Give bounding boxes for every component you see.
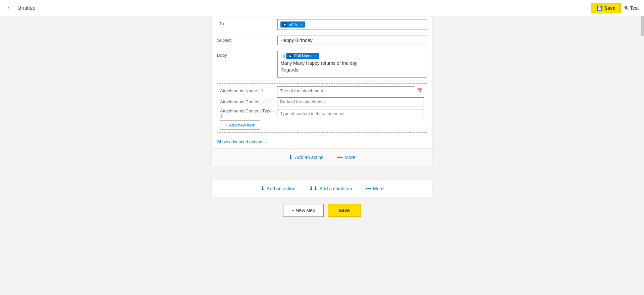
to-field: ▶ Email ✕ [277,19,427,30]
body-hi-text: Hi [280,53,285,59]
body-label: Body [217,51,277,58]
body-line-2: Many Many Happy returns of the day [280,60,424,66]
bottom-more-label: More [373,186,384,191]
body-field: Hi ▶ Full Name ✕ Many Many Happy returns… [277,51,427,78]
attachment-content-row: Attachments Content - 1 [220,97,424,106]
subject-input[interactable] [277,36,427,45]
bottom-buttons: + New step Save [283,204,361,217]
page-title: Untitled [17,5,36,11]
attachment-content-type-field-wrap [277,109,424,118]
add-action-button[interactable]: ⬇ Add an action [288,154,324,160]
header-left: ← Untitled [5,3,36,13]
more-button[interactable]: ••• More [337,154,356,160]
subject-row: Subject [212,33,432,48]
main-content: · To ▶ Email ✕ Subject [0,16,644,295]
fullname-token-icon: ▶ [288,54,293,58]
email-token-icon: ▶ [282,22,287,27]
canvas: · To ▶ Email ✕ Subject [0,16,644,230]
attachment-name-field-wrap: 📅 [277,86,424,95]
email-card: · To ▶ Email ✕ Subject [211,16,433,166]
add-condition-label: Add a condition [320,186,352,191]
back-icon: ← [7,4,13,11]
body-text-3: Regards. [280,67,300,72]
back-button[interactable]: ← [5,3,14,13]
scrollbar-thumb[interactable] [641,16,644,36]
show-advanced-options[interactable]: Show advanced options ⌵ [212,135,432,148]
bottom-add-action-icon: ⬇ [260,185,265,192]
fullname-token-close[interactable]: ✕ [314,54,317,58]
email-token-close[interactable]: ✕ [300,22,303,27]
new-step-button[interactable]: + New step [283,204,323,217]
add-new-item-label: Add new item [229,122,256,128]
add-new-item-button[interactable]: + Add new item [220,120,260,130]
bottom-add-action-button[interactable]: ⬇ Add an action [260,185,296,192]
body-row: Body Hi ▶ Full Name ✕ [212,48,432,81]
body-area[interactable]: Hi ▶ Full Name ✕ Many Many Happy returns… [277,51,427,78]
new-step-label: + New step [291,208,315,213]
attachment-content-field-wrap [277,97,424,106]
fullname-token: ▶ Full Name ✕ [286,53,319,59]
add-condition-icon: ⬇⬇ [309,185,318,192]
test-icon: ⚗ [624,5,628,11]
attachment-name-input[interactable] [277,86,414,95]
card-actions: ⬇ Add an action ••• More [212,148,432,166]
save-bottom-button[interactable]: Save [328,204,361,217]
save-bottom-label: Save [339,208,350,213]
dots-icon: ••• [337,154,343,160]
test-header-button[interactable]: ⚗ Test [624,5,639,11]
attachment-content-type-label: Attachments Content-Type - 1 [220,108,277,118]
bottom-action-bar: ⬇ Add an action ⬇⬇ Add a condition ••• M… [211,180,433,197]
add-action-label: Add an action [295,155,324,160]
calendar-icon: 📅 [417,88,423,93]
to-token-input[interactable]: ▶ Email ✕ [277,19,427,30]
add-action-icon: ⬇ [288,154,293,160]
connector-line [322,166,322,180]
attachment-name-row: Attachments Name - 1 📅 [220,86,424,95]
to-label: · To [217,19,277,26]
attachment-content-type-input[interactable] [277,109,424,118]
more-label: More [345,155,356,160]
subject-label: Subject [217,36,277,43]
plus-icon: + [225,122,228,128]
header-right: 💾 Save ⚗ Test [591,3,639,13]
save-header-button[interactable]: 💾 Save [591,3,621,13]
bottom-more-button[interactable]: ••• More [365,186,384,192]
bottom-dots-icon: ••• [365,186,371,192]
email-token: ▶ Email ✕ [280,21,305,28]
app-header: ← Untitled 💾 Save ⚗ Test [0,0,644,16]
attachment-calendar-button[interactable]: 📅 [416,87,424,95]
body-line-1: Hi ▶ Full Name ✕ [280,53,424,59]
body-text-2: Many Many Happy returns of the day [280,60,358,66]
body-line-3: Regards. [280,67,424,72]
attachment-content-type-row: Attachments Content-Type - 1 [220,108,424,118]
to-row: · To ▶ Email ✕ [212,16,432,33]
bottom-add-action-label: Add an action [267,186,296,191]
add-condition-button[interactable]: ⬇⬇ Add a condition [309,185,352,192]
attachments-section: Attachments Name - 1 📅 Attachments Conte… [217,83,427,133]
scrollbar-track [641,16,644,295]
attachment-content-input[interactable] [277,97,424,106]
chevron-down-icon: ⌵ [265,139,267,144]
advanced-options-label: Show advanced options [217,139,263,144]
subject-field [277,36,427,45]
save-disk-icon: 💾 [597,5,602,11]
attachment-content-label: Attachments Content - 1 [220,99,277,104]
attachment-name-label: Attachments Name - 1 [220,88,277,93]
